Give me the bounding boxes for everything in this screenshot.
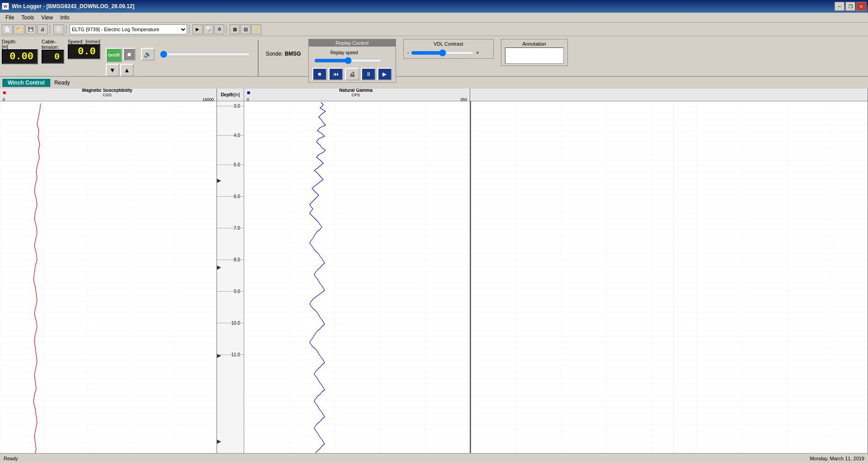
toolbar-btn-7[interactable]: ⚙ bbox=[214, 24, 224, 34]
track2-canvas bbox=[244, 101, 470, 453]
toolbar-sep-4 bbox=[226, 24, 228, 34]
sonde-value: BMSG bbox=[285, 51, 301, 57]
control-panel: Depth: [m] 0.00 Cable- tension: 0 Speed:… bbox=[0, 36, 868, 77]
annotation-section: Annotation bbox=[501, 39, 568, 66]
up-button[interactable]: ▲ bbox=[120, 64, 134, 76]
toolbar-btn-3[interactable]: 💾 bbox=[25, 24, 36, 34]
replay-section: Replay Control Replay speed ■ ⏮ 🖨 ⏸ ▶ bbox=[308, 39, 396, 83]
track1-svg bbox=[0, 101, 217, 453]
stop-button[interactable]: ■ bbox=[123, 48, 136, 61]
app-icon: W bbox=[2, 3, 9, 10]
depth-header: Depth [m] bbox=[217, 89, 244, 101]
menu-tools[interactable]: Tools bbox=[18, 14, 38, 22]
depth-line-4 bbox=[217, 135, 244, 136]
annotation-input[interactable] bbox=[505, 47, 564, 64]
depth-arrow-3: ▶ bbox=[217, 177, 221, 184]
replay-play-btn[interactable]: ▶ bbox=[377, 68, 392, 80]
depth-arrow-9: ▶ bbox=[217, 438, 221, 444]
track1-subtitle: CGS bbox=[82, 93, 132, 97]
statusbar: Ready Monday, March 11, 2019 bbox=[0, 453, 868, 463]
menu-file[interactable]: File bbox=[2, 14, 18, 22]
toolbar: 📄 📂 💾 🖨 ⬜ ELTG [9739] - Electric Log Tem… bbox=[0, 23, 868, 36]
toolbar-btn-2[interactable]: 📂 bbox=[14, 24, 24, 34]
track1-title: Magnetic Susceptibility bbox=[82, 89, 132, 93]
replay-pause-btn[interactable]: ⏸ bbox=[361, 68, 376, 80]
replay-title: Replay Control bbox=[309, 39, 396, 47]
annotation-title: Annotation bbox=[505, 41, 564, 47]
winch-control-bar: Winch Control Ready bbox=[0, 77, 868, 89]
toolbar-btn-8[interactable]: ▦ bbox=[230, 24, 240, 34]
vdl-section: VDL Contrast - + bbox=[403, 39, 494, 59]
depth-arrow-5: ▶ bbox=[217, 264, 221, 270]
toolbar-sep-1 bbox=[50, 24, 52, 34]
toolbar-btn-9[interactable]: ▧ bbox=[241, 24, 250, 34]
depth-arrow-7: ▶ bbox=[217, 352, 221, 359]
depth-track-unit: [m] bbox=[234, 92, 240, 97]
track1-panel: ■ Magnetic Susceptibility CGS 0 16000 bbox=[0, 89, 217, 453]
cable-tension-label2: tension: bbox=[42, 44, 64, 50]
speed-display: 0.0 bbox=[68, 44, 100, 59]
track2-header: ■ Natural Gamma CPS 0 350 bbox=[244, 89, 470, 101]
menu-info[interactable]: Info bbox=[57, 14, 73, 22]
track2-title: Natural Gamma bbox=[339, 89, 373, 93]
down-button[interactable]: ▼ bbox=[106, 64, 119, 76]
track2-indicator: ■ bbox=[247, 90, 250, 96]
replay-stop-btn[interactable]: ■ bbox=[312, 68, 327, 80]
depth-display: 0.00 bbox=[2, 49, 38, 64]
replay-speed-slider[interactable] bbox=[314, 57, 382, 64]
replay-rewind-btn[interactable]: ⏮ bbox=[329, 68, 343, 80]
speed-label: Speed: bbox=[68, 39, 84, 44]
depth-line-3 bbox=[217, 106, 244, 106]
menu-view[interactable]: View bbox=[38, 14, 57, 22]
vdl-max-label: + bbox=[476, 50, 479, 56]
toolbar-btn-6[interactable]: 📊 bbox=[203, 24, 213, 34]
instrument-select[interactable]: ELTG [9739] - Electric Log Temperature bbox=[70, 24, 187, 34]
titlebar-title: Win Logger - [BMSG9243_DOWNLOG_26.09.12] bbox=[12, 3, 134, 9]
restore-button[interactable]: ❐ bbox=[845, 2, 855, 11]
vdl-slider[interactable] bbox=[411, 49, 474, 57]
toolbar-btn-4[interactable]: 🖨 bbox=[37, 24, 48, 34]
track1-header: ■ Magnetic Susceptibility CGS 0 16000 bbox=[0, 89, 217, 101]
onoff-button[interactable]: OnOff bbox=[106, 48, 122, 62]
winch-status: Ready bbox=[54, 80, 70, 86]
depth-line-9 bbox=[217, 291, 244, 292]
sonde-label: Sonde: bbox=[266, 51, 283, 57]
depth-line-11 bbox=[217, 354, 244, 355]
depth-line-10 bbox=[217, 323, 244, 323]
depth-scale: 3.0 ▶ 4.0 5.0 ▶ 6.0 7.0 ▶ 8.0 9.0 ▶ 10.0… bbox=[217, 101, 244, 453]
track3-panel bbox=[470, 89, 868, 453]
vdl-min-label: - bbox=[407, 50, 409, 56]
depth-line-6 bbox=[217, 196, 244, 197]
toolbar-btn-arrow[interactable]: ▶ bbox=[193, 24, 203, 34]
toolbar-sep-3 bbox=[189, 24, 191, 34]
svg-rect-23 bbox=[470, 101, 868, 453]
svg-rect-15 bbox=[244, 101, 470, 453]
minimize-button[interactable]: ─ bbox=[835, 2, 844, 11]
cable-tension-label: Cable- bbox=[42, 39, 64, 44]
replay-speed-label: Replay speed bbox=[312, 50, 384, 55]
speed-unit: [m/min] bbox=[85, 39, 100, 44]
track2-panel: ■ Natural Gamma CPS 0 350 bbox=[244, 89, 470, 453]
speaker-button[interactable]: 🔊 bbox=[141, 48, 155, 61]
titlebar-buttons: ─ ❐ ✕ bbox=[835, 2, 866, 11]
status-left: Ready bbox=[4, 456, 18, 461]
toolbar-btn-5[interactable]: ⬜ bbox=[53, 24, 64, 34]
close-button[interactable]: ✕ bbox=[856, 2, 866, 11]
main-content: ■ Magnetic Susceptibility CGS 0 16000 bbox=[0, 89, 868, 453]
track3-canvas bbox=[470, 101, 868, 453]
depth-track-label: Depth bbox=[221, 92, 233, 97]
speed-slider[interactable] bbox=[160, 51, 250, 58]
toolbar-btn-10[interactable]: ⚡ bbox=[251, 24, 261, 34]
svg-rect-7 bbox=[0, 101, 217, 453]
track1-indicator: ■ bbox=[3, 90, 6, 96]
depth-label: Depth: bbox=[2, 39, 16, 44]
track3-svg bbox=[470, 101, 868, 453]
depth-unit-label: [m] bbox=[2, 44, 8, 49]
winch-control-tab[interactable]: Winch Control bbox=[2, 78, 51, 87]
toolbar-btn-1[interactable]: 📄 bbox=[2, 24, 13, 34]
titlebar-left: W Win Logger - [BMSG9243_DOWNLOG_26.09.1… bbox=[2, 3, 134, 10]
track2-svg bbox=[244, 101, 470, 453]
depth-line-5 bbox=[217, 165, 244, 165]
replay-print-btn[interactable]: 🖨 bbox=[345, 68, 359, 80]
depth-line-8 bbox=[217, 260, 244, 260]
